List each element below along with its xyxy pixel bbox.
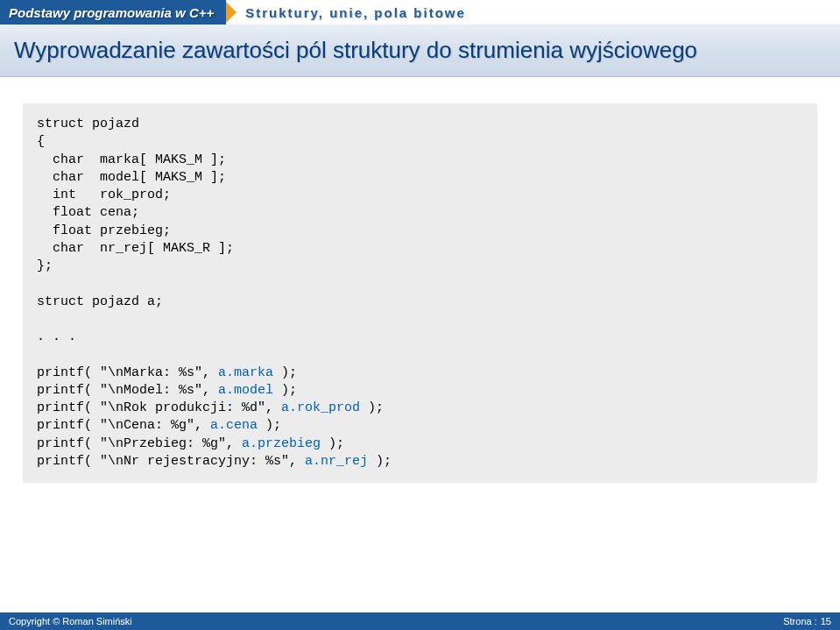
breadcrumb-course: Podstawy programowania w C++ bbox=[0, 0, 226, 25]
code-line: ); bbox=[273, 365, 297, 380]
code-line: ); bbox=[258, 418, 281, 433]
title-section: Wyprowadzanie zawartości pól struktury d… bbox=[0, 25, 840, 77]
code-line: ); bbox=[273, 383, 297, 398]
footer-bar: Copyright © Roman Simiński Strona : 15 bbox=[0, 612, 840, 630]
code-line: ); bbox=[321, 436, 344, 451]
code-line: { bbox=[37, 134, 45, 149]
code-line: float przebieg; bbox=[37, 223, 171, 238]
code-line: ); bbox=[360, 400, 384, 415]
code-line: printf( "\nMarka: %s", bbox=[37, 365, 218, 380]
code-line: }; bbox=[37, 258, 53, 273]
code-line: printf( "\nNr rejestracyjny: %s", bbox=[37, 454, 305, 469]
code-line: . . . bbox=[37, 329, 76, 344]
footer-page: Strona : 15 bbox=[783, 616, 831, 626]
header-bar: Podstawy programowania w C++ Struktury, … bbox=[0, 0, 840, 25]
page-title: Wyprowadzanie zawartości pól struktury d… bbox=[14, 37, 826, 64]
code-line: float cena; bbox=[37, 205, 139, 220]
code-highlight: a.przebieg bbox=[242, 436, 321, 451]
breadcrumb-topic: Struktury, unie, pola bitowe bbox=[236, 5, 466, 20]
code-highlight: a.model bbox=[218, 383, 273, 398]
code-block: struct pojazd { char marka[ MAKS_M ]; ch… bbox=[23, 103, 817, 483]
code-line: printf( "\nRok produkcji: %d", bbox=[37, 400, 281, 415]
footer-page-label: Strona : bbox=[783, 616, 817, 626]
code-line: char model[ MAKS_M ]; bbox=[37, 170, 226, 185]
code-line: int rok_prod; bbox=[37, 188, 171, 202]
code-highlight: a.cena bbox=[210, 418, 258, 433]
code-line: printf( "\nPrzebieg: %g", bbox=[37, 436, 242, 451]
code-highlight: a.marka bbox=[218, 365, 273, 380]
code-line: struct pojazd bbox=[37, 117, 139, 131]
footer-page-number: 15 bbox=[821, 616, 831, 626]
content-area: struct pojazd { char marka[ MAKS_M ]; ch… bbox=[0, 77, 840, 500]
code-line: struct pojazd a; bbox=[37, 294, 163, 309]
breadcrumb-arrow-icon bbox=[224, 0, 236, 25]
code-highlight: a.rok_prod bbox=[281, 400, 360, 415]
code-line: ); bbox=[368, 454, 392, 469]
footer-copyright: Copyright © Roman Simiński bbox=[9, 616, 132, 626]
code-line: char nr_rej[ MAKS_R ]; bbox=[37, 241, 234, 256]
code-line: printf( "\nCena: %g", bbox=[37, 418, 210, 433]
code-line: printf( "\nModel: %s", bbox=[37, 383, 218, 398]
code-highlight: a.nr_rej bbox=[305, 454, 368, 469]
code-line: char marka[ MAKS_M ]; bbox=[37, 152, 226, 167]
